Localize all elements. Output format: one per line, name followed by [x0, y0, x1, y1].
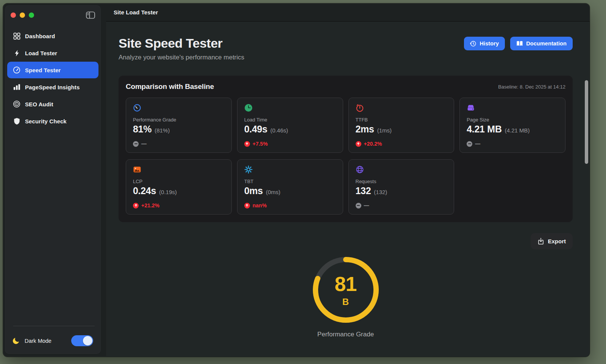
metric-value: 0.49s: [244, 124, 267, 135]
metric-card-load-time: Load Time 0.49s (0.46s) +7.5%: [237, 98, 343, 153]
metric-baseline: (0ms): [266, 189, 280, 195]
metric-baseline: (0.19s): [159, 189, 177, 195]
minus-circle-icon: [133, 141, 139, 147]
sidebar-item-seo-audit[interactable]: SEO Audit: [7, 96, 98, 112]
minimize-button[interactable]: [20, 12, 25, 18]
window-title: Site Load Tester: [114, 9, 158, 16]
metric-delta: —: [467, 141, 558, 147]
sidebar-item-label: Dashboard: [25, 33, 55, 39]
metric-card-lcp: LCP 0.24s (0.19s) +21.2%: [126, 159, 232, 215]
content-area: Site Speed Tester Analyze your website's…: [106, 22, 590, 357]
stopwatch-icon: [356, 104, 364, 112]
gauge-grade: B: [342, 297, 349, 306]
metric-card-performance-grade: Performance Grade 81% (81%) —: [126, 98, 232, 153]
performance-gauge: 81 B Performance Grade: [119, 254, 573, 338]
sidebar-item-label: Speed Tester: [25, 67, 61, 73]
gauge-icon: [133, 104, 141, 112]
minus-circle-icon: [356, 203, 361, 208]
globe-icon: [356, 165, 364, 174]
sidebar-item-dashboard[interactable]: Dashboard: [7, 28, 98, 44]
sidebar-nav: Dashboard Load Tester: [5, 28, 101, 129]
metric-delta: +7.5%: [244, 141, 336, 147]
page-header: Site Speed Tester Analyze your website's…: [119, 36, 573, 61]
metric-baseline: (0.46s): [270, 127, 288, 134]
sidebar-item-speed-tester[interactable]: Speed Tester: [7, 62, 98, 78]
metric-value: 0.24s: [133, 185, 156, 196]
toggle-knob: [83, 336, 92, 345]
metric-baseline: (4.21 MB): [505, 127, 530, 134]
metric-card-ttfb: TTFB 2ms (1ms) +20.2%: [348, 98, 454, 153]
sidebar-footer: Dark Mode: [5, 326, 101, 354]
sidebar-item-label: PageSpeed Insights: [25, 84, 80, 90]
comparison-title: Comparison with Baseline: [126, 82, 214, 91]
close-button[interactable]: [11, 12, 16, 18]
bolt-icon: [12, 49, 21, 57]
export-button[interactable]: Export: [531, 233, 573, 249]
metric-baseline: (1ms): [377, 127, 392, 134]
titlebar: Site Load Tester: [106, 3, 590, 22]
metric-card-page-size: Page Size 4.21 MB (4.21 MB) —: [459, 98, 565, 153]
grid-icon: [12, 32, 21, 40]
comparison-panel: Comparison with Baseline Baseline: 8. De…: [119, 76, 573, 222]
app-window: Dashboard Load Tester: [3, 3, 590, 357]
baseline-caption: Baseline: 8. Dec 2025 at 14:12: [498, 84, 565, 90]
history-icon: [470, 40, 476, 47]
sidebar-item-security-check[interactable]: Security Check: [7, 113, 98, 129]
arrow-up-circle-icon: [356, 141, 361, 147]
page-title: Site Speed Tester: [119, 36, 244, 51]
metric-grid: Performance Grade 81% (81%) —: [126, 98, 565, 215]
sidebar: Dashboard Load Tester: [5, 5, 101, 354]
metric-baseline: (81%): [155, 127, 170, 134]
export-row: Export: [119, 233, 573, 249]
bar-chart-icon: [12, 83, 21, 91]
moon-icon: [12, 337, 20, 344]
sidebar-item-pagespeed-insights[interactable]: PageSpeed Insights: [7, 79, 98, 95]
metric-delta: —: [133, 141, 225, 147]
sidebar-item-label: Security Check: [25, 118, 67, 124]
metric-baseline: (132): [374, 189, 387, 195]
sidebar-item-label: SEO Audit: [25, 101, 53, 107]
metric-value: 81%: [133, 124, 152, 135]
page-subtitle: Analyze your website's performance metri…: [119, 54, 244, 61]
main-area: Site Load Tester Site Speed Tester Analy…: [106, 3, 590, 357]
minus-circle-icon: [467, 141, 472, 147]
metric-delta: nan%: [244, 202, 336, 208]
history-button[interactable]: History: [464, 37, 505, 50]
metric-card-tbt: TBT 0ms (0ms) nan%: [237, 159, 343, 215]
dark-mode-label: Dark Mode: [25, 338, 52, 344]
sidebar-toggle-icon[interactable]: [86, 11, 95, 19]
shield-icon: [12, 117, 21, 125]
metric-delta: +20.2%: [356, 141, 447, 147]
export-icon: [537, 238, 544, 245]
header-actions: History Documentation: [464, 36, 573, 50]
dark-mode-row: Dark Mode: [12, 335, 93, 346]
sidebar-item-label: Load Tester: [25, 50, 57, 56]
gear-icon: [244, 165, 253, 174]
metric-delta: +21.2%: [133, 202, 225, 208]
sidebar-item-load-tester[interactable]: Load Tester: [7, 45, 98, 61]
scrollbar-thumb[interactable]: [585, 80, 588, 164]
screenshot-stage: Dashboard Load Tester: [0, 0, 606, 364]
book-icon: [516, 40, 523, 47]
arrow-up-circle-icon: [244, 141, 250, 147]
metric-value: 4.21 MB: [467, 124, 501, 135]
gauge-caption: Performance Grade: [317, 331, 374, 338]
photo-icon: [133, 165, 141, 174]
dark-mode-toggle[interactable]: [71, 335, 93, 346]
documentation-button[interactable]: Documentation: [510, 37, 573, 50]
zoom-button[interactable]: [29, 12, 34, 18]
metric-delta: —: [356, 202, 447, 208]
arrow-up-circle-icon: [133, 203, 139, 208]
speedometer-icon: [12, 66, 21, 74]
arrow-up-circle-icon: [244, 203, 250, 208]
gauge-score: 81: [334, 274, 356, 294]
traffic-lights: [5, 5, 101, 19]
clock-icon: [244, 104, 253, 112]
drive-icon: [467, 104, 475, 112]
metric-card-requests: Requests 132 (132) —: [348, 159, 454, 215]
metric-value: 0ms: [244, 185, 263, 196]
metric-value: 2ms: [356, 124, 374, 135]
target-icon: [12, 100, 21, 108]
empty-grid-cell: [459, 159, 565, 215]
metric-value: 132: [356, 185, 371, 196]
